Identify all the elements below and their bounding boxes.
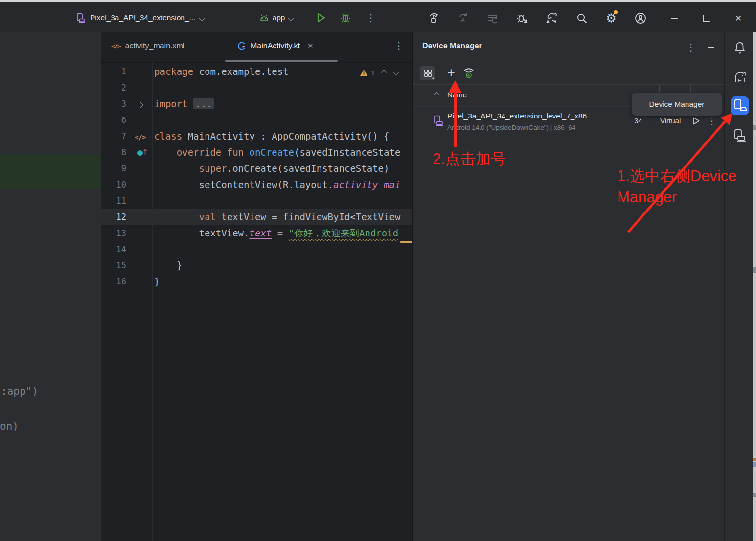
tab-options-menu[interactable]: ⋮ — [394, 40, 404, 51]
pair-wifi-device-button[interactable] — [461, 64, 477, 81]
settings-gear-icon[interactable]: ⚙ — [604, 11, 619, 25]
annotation-step2-text: 2.点击加号 — [433, 148, 506, 169]
gutter-space — [126, 274, 154, 290]
gutter-space — [126, 177, 154, 193]
device-selector[interactable]: Pixel_3a_API_34_extension_... — [76, 10, 237, 25]
override-marker[interactable]: ↑ — [126, 144, 154, 161]
device-selector-label: Pixel_3a_API_34_extension_... — [90, 13, 195, 22]
profile-avatar-icon[interactable] — [633, 11, 648, 25]
code-text[interactable]: class MainActivity : AppCompatActivity()… — [154, 128, 389, 144]
code-line[interactable]: 13 textView.text = "你好，欢迎来到Android — [101, 225, 412, 241]
warning-underline-continuation — [400, 241, 412, 243]
sort-ascending-chevron-icon[interactable] — [433, 91, 440, 99]
debug-button[interactable] — [339, 11, 352, 24]
code-text[interactable]: } — [154, 274, 160, 290]
more-actions-menu[interactable]: ⋮ — [366, 12, 376, 24]
code-text[interactable]: textView.text = "你好，欢迎来到Android — [154, 225, 398, 241]
code-line[interactable]: 11 — [101, 193, 412, 209]
line-number[interactable]: 8 — [101, 144, 126, 161]
close-tab-icon[interactable]: ✕ — [307, 42, 314, 50]
gradle-sync-icon[interactable] — [544, 11, 560, 25]
build-variants-sync-icon-disabled — [485, 11, 500, 25]
next-issue-chevron-icon[interactable] — [393, 70, 399, 76]
code-editor[interactable]: 1package com.example.test23import ...67<… — [101, 62, 412, 541]
inspection-widget[interactable]: 1 — [360, 67, 398, 78]
code-line[interactable]: 15 } — [101, 258, 412, 274]
tab-label: activity_main.xml — [125, 42, 185, 50]
scroll-mark — [753, 125, 756, 130]
code-line[interactable]: 14 — [101, 241, 412, 258]
chevron-down-icon — [199, 15, 206, 21]
line-number[interactable]: 2 — [101, 80, 126, 96]
column-separator — [633, 85, 633, 92]
window-maximize-button[interactable] — [699, 11, 714, 25]
code-line[interactable]: 8↑ override fun onCreate(savedInstanceSt… — [101, 144, 412, 161]
code-line[interactable]: 9 super.onCreate(savedInstanceState) — [101, 161, 412, 177]
launch-device-play-icon[interactable] — [691, 115, 702, 127]
running-devices-tool-icon[interactable] — [732, 127, 748, 145]
line-number[interactable]: 6 — [101, 112, 126, 128]
line-number[interactable]: 11 — [101, 193, 126, 209]
column-separator — [690, 85, 691, 92]
build-hammer-icon[interactable] — [427, 11, 441, 25]
line-number[interactable]: 7 — [101, 128, 126, 144]
code-text[interactable]: override fun onCreate(savedInstanceState — [154, 144, 400, 161]
add-device-button[interactable]: + — [444, 64, 458, 81]
line-number[interactable]: 9 — [101, 161, 126, 177]
editor-tab-bar: </> activity_main.xml MainActivity.kt ✕ … — [101, 32, 412, 63]
background-project-panel: :app") on) — [0, 32, 102, 541]
column-header-name[interactable]: Name — [447, 91, 467, 99]
gutter-space — [126, 258, 154, 274]
line-number[interactable]: 13 — [101, 225, 126, 241]
code-line[interactable]: 16} — [101, 274, 412, 290]
tab-activity-main-xml[interactable]: </> activity_main.xml — [111, 39, 184, 53]
view-mode-grid-button[interactable] — [420, 66, 435, 80]
line-number[interactable]: 16 — [101, 274, 126, 290]
code-text[interactable]: } — [154, 258, 182, 274]
code-line[interactable]: 2 — [101, 80, 412, 96]
gutter-space — [126, 80, 154, 96]
line-number[interactable]: 3 — [101, 96, 126, 112]
code-text[interactable]: setContentView(R.layout.activity_mai — [154, 177, 400, 193]
device-manager-tooltip: Device Manager — [632, 93, 722, 116]
device-api-level: 34 — [634, 117, 642, 125]
prev-issue-chevron-icon[interactable] — [381, 70, 387, 76]
panel-hide-button[interactable] — [705, 43, 716, 52]
run-config-selector[interactable]: app — [254, 10, 298, 25]
scroll-mark — [753, 493, 756, 497]
tab-mainactivity-kt[interactable]: MainActivity.kt ✕ — [237, 39, 314, 53]
window-close-button[interactable]: ✕ — [731, 11, 746, 25]
device-manager-tool-button-active[interactable] — [731, 96, 749, 115]
code-text[interactable]: package com.example.test — [154, 64, 289, 80]
code-text[interactable]: super.onCreate(savedInstanceState) — [154, 161, 389, 177]
editor-area: </> activity_main.xml MainActivity.kt ✕ … — [101, 32, 412, 541]
attach-debugger-icon[interactable] — [515, 11, 529, 25]
code-line[interactable]: 12 val textView = findViewById<TextView — [101, 209, 412, 225]
code-line[interactable]: 10 setContentView(R.layout.activity_mai — [101, 177, 412, 193]
line-number[interactable]: 1 — [101, 64, 126, 80]
code-line[interactable]: 3import ... — [101, 96, 412, 112]
run-config-label: app — [273, 13, 285, 22]
notifications-bell-icon[interactable] — [732, 40, 748, 56]
table-border — [413, 84, 725, 85]
line-number[interactable]: 14 — [101, 241, 126, 258]
code-text[interactable]: val textView = findViewById<TextView — [154, 209, 400, 225]
fold-arrow[interactable] — [126, 96, 154, 112]
line-number[interactable]: 15 — [101, 258, 126, 274]
run-button[interactable] — [314, 11, 328, 24]
code-text[interactable]: import ... — [154, 96, 214, 112]
device-options-menu[interactable]: ⋮ — [708, 116, 716, 126]
gradle-elephant-icon[interactable] — [731, 69, 749, 86]
window-minimize-button[interactable] — [666, 11, 682, 25]
virtual-device-icon — [433, 115, 444, 126]
line-number[interactable]: 10 — [101, 177, 126, 193]
code-line[interactable]: 7</>class MainActivity : AppCompatActivi… — [101, 128, 412, 144]
scroll-mark — [753, 267, 756, 273]
tab-label: MainActivity.kt — [251, 42, 300, 50]
line-number[interactable]: 12 — [101, 209, 126, 225]
search-icon[interactable] — [574, 11, 589, 25]
panel-options-menu[interactable]: ⋮ — [686, 42, 696, 53]
dropdown-corner-triangle — [432, 77, 434, 79]
xml-tag[interactable]: </> — [126, 128, 154, 144]
code-line[interactable]: 6 — [101, 112, 412, 128]
